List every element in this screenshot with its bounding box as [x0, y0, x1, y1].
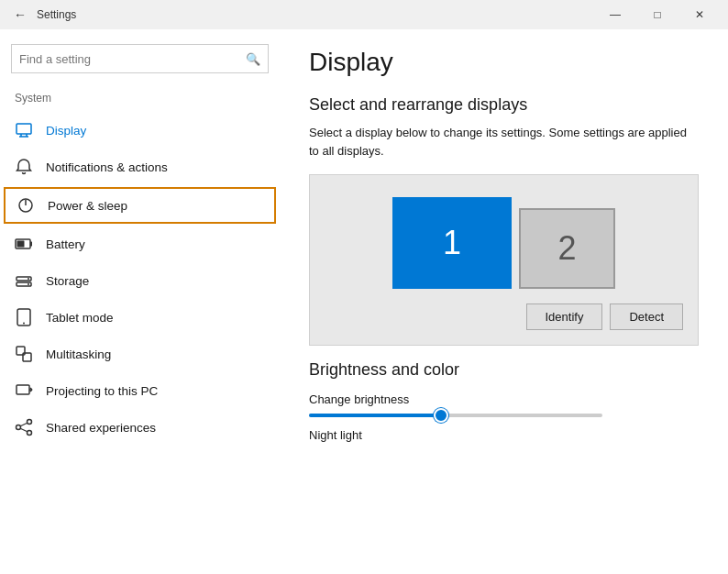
svg-point-12 — [28, 283, 29, 285]
sidebar-item-notifications-label: Notifications & actions — [46, 160, 168, 174]
projecting-icon — [15, 381, 33, 400]
multitasking-icon — [15, 345, 33, 363]
sidebar-item-multitasking-label: Multitasking — [46, 348, 111, 361]
slider-track[interactable] — [309, 414, 602, 417]
brightness-section: Brightness and color Change brightness N… — [309, 360, 699, 442]
sidebar-item-power-label: Power & sleep — [48, 199, 127, 213]
display-icon — [15, 121, 33, 139]
minimize-button[interactable]: — — [594, 0, 636, 29]
back-button[interactable]: ← — [7, 2, 33, 28]
sidebar-item-shared-label: Shared experiences — [46, 421, 156, 435]
search-icon: 🔍 — [246, 52, 260, 66]
sidebar-item-power[interactable]: Power & sleep — [4, 187, 276, 224]
sidebar-item-multitasking[interactable]: Multitasking — [0, 336, 280, 372]
sidebar-item-storage-label: Storage — [46, 274, 89, 288]
select-heading: Select and rearrange displays — [309, 95, 699, 115]
sidebar-item-projecting[interactable]: Projecting to this PC — [0, 372, 280, 409]
slider-fill — [309, 414, 441, 417]
brightness-label: Change brightness — [309, 392, 699, 406]
monitor-1[interactable]: 1 — [392, 197, 512, 289]
window-controls: — □ ✕ — [594, 0, 721, 29]
sidebar-item-tablet-label: Tablet mode — [46, 311, 114, 325]
content-area: Display Select and rearrange displays Se… — [280, 29, 728, 574]
sidebar-item-display-label: Display — [46, 124, 86, 138]
monitors-row: 1 2 — [325, 197, 683, 289]
sidebar-item-projecting-label: Projecting to this PC — [46, 384, 158, 398]
svg-point-23 — [28, 431, 32, 436]
search-box[interactable]: 🔍 — [11, 44, 269, 73]
search-input[interactable] — [19, 52, 246, 66]
svg-point-21 — [17, 425, 21, 430]
sidebar-item-notifications[interactable]: Notifications & actions — [0, 149, 280, 185]
slider-thumb[interactable] — [434, 408, 448, 423]
storage-icon — [15, 271, 33, 290]
maximize-button[interactable]: □ — [636, 0, 678, 29]
night-light-label: Night light — [309, 428, 699, 442]
titlebar-title: Settings — [37, 8, 594, 21]
power-icon — [17, 196, 35, 215]
svg-rect-8 — [17, 241, 25, 248]
battery-icon — [15, 235, 33, 253]
monitor-2[interactable]: 2 — [519, 208, 615, 289]
detect-button[interactable]: Detect — [610, 304, 683, 330]
sidebar-item-storage[interactable]: Storage — [0, 262, 280, 299]
close-button[interactable]: ✕ — [678, 0, 721, 29]
brightness-slider-container — [309, 414, 699, 417]
sidebar: 🔍 System Display Noti — [0, 29, 280, 574]
select-desc: Select a display below to change its set… — [309, 124, 699, 160]
monitor-buttons: Identify Detect — [526, 304, 684, 330]
svg-rect-17 — [17, 385, 29, 394]
sidebar-item-display[interactable]: Display — [0, 112, 280, 149]
sidebar-item-tablet[interactable]: Tablet mode — [0, 299, 280, 336]
sidebar-item-battery[interactable]: Battery — [0, 226, 280, 262]
sidebar-section-title: System — [0, 88, 280, 112]
brightness-heading: Brightness and color — [309, 360, 699, 380]
svg-point-11 — [28, 278, 29, 280]
tablet-icon — [15, 308, 33, 326]
shared-icon — [15, 418, 33, 436]
svg-line-24 — [20, 423, 28, 426]
svg-rect-0 — [17, 124, 31, 134]
svg-line-25 — [20, 428, 28, 432]
sidebar-item-battery-label: Battery — [46, 237, 85, 251]
page-title: Display — [309, 48, 699, 77]
monitors-area: 1 2 Identify Detect — [309, 174, 699, 346]
svg-point-22 — [28, 420, 32, 425]
svg-rect-7 — [30, 242, 32, 247]
sidebar-item-shared[interactable]: Shared experiences — [0, 409, 280, 446]
titlebar: ← Settings — □ ✕ — [0, 0, 728, 29]
identify-button[interactable]: Identify — [526, 304, 603, 330]
svg-point-14 — [23, 323, 25, 325]
notifications-icon — [15, 158, 33, 176]
main-container: 🔍 System Display Noti — [0, 29, 728, 574]
